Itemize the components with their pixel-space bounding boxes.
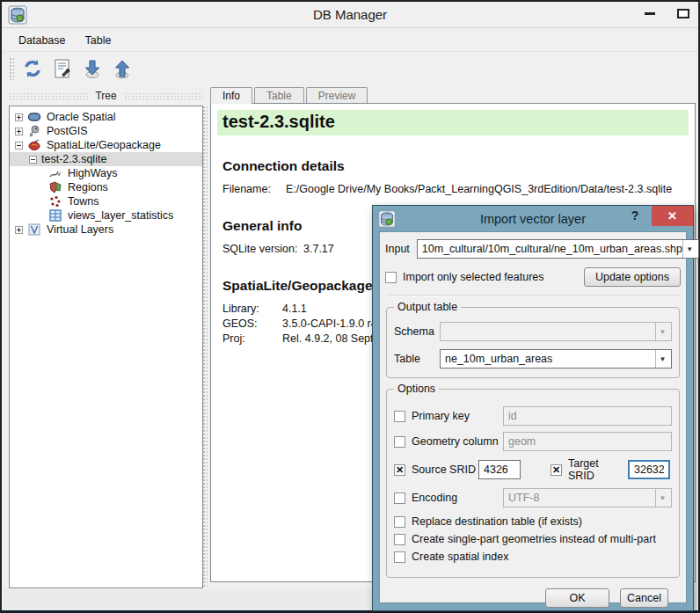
minimize-icon (645, 12, 655, 15)
target-srid-field[interactable] (628, 460, 670, 479)
dock-texture (124, 92, 203, 100)
tree-item-highways[interactable]: HighWays (10, 166, 202, 180)
options-group: Options Primary key Geometry column Sour… (386, 389, 680, 578)
expand-icon[interactable] (15, 128, 23, 135)
geometry-column-label: Geometry column (412, 435, 503, 448)
target-srid-checkbox[interactable] (551, 464, 562, 476)
import-layer-button[interactable] (79, 55, 106, 82)
info-tab-bar: Info Table Preview (210, 87, 369, 104)
primary-key-label: Primary key (412, 410, 503, 422)
schema-label: Schema (394, 325, 440, 338)
output-table-group: Output table Schema ▼ Table ne_10m_urban… (386, 307, 680, 378)
single-part-checkbox[interactable] (394, 534, 405, 545)
database-title-header: test-2.3.sqlite (217, 110, 689, 135)
polygon-layer-icon (48, 180, 62, 194)
connections-tree: Oracle Spatial PostGIS SpatiaLite/Geopac… (9, 106, 203, 588)
collapse-icon[interactable] (15, 142, 23, 150)
table-value: ne_10m_urban_areas (445, 353, 655, 365)
output-table-heading: Output table (394, 301, 461, 313)
menu-table[interactable]: Table (77, 31, 120, 50)
tree-dock-titlebar[interactable]: Tree (9, 89, 203, 103)
encoding-combobox: UTF-8 ▼ (503, 488, 672, 507)
ok-button[interactable]: OK (545, 588, 609, 608)
export-file-button[interactable] (109, 55, 135, 82)
table-combobox[interactable]: ne_10m_urban_areas ▼ (440, 349, 672, 369)
primary-key-field (503, 406, 672, 426)
source-srid-field[interactable] (478, 460, 521, 479)
line-layer-icon (48, 166, 62, 180)
panel-splitter[interactable] (202, 106, 208, 588)
tab-preview[interactable]: Preview (306, 87, 368, 104)
import-selected-checkbox[interactable] (385, 272, 397, 283)
close-icon: ✕ (667, 209, 677, 223)
tab-table[interactable]: Table (254, 87, 304, 104)
import-selected-label: Import only selected features (403, 271, 544, 283)
close-button[interactable]: ✕ (652, 206, 693, 226)
tree-item-label: Regions (68, 181, 108, 193)
expand-icon[interactable] (15, 226, 23, 234)
window-title: DB Manager (2, 7, 698, 22)
oracle-spatial-icon (27, 110, 41, 124)
library-label: Library: (222, 303, 282, 315)
minimize-button[interactable] (638, 4, 661, 22)
table-label: Table (394, 353, 440, 365)
chevron-down-icon[interactable]: ▼ (655, 350, 669, 368)
replace-table-checkbox[interactable] (394, 516, 405, 528)
filename-label: Filename: (222, 183, 286, 195)
tree-item-virtual-layers[interactable]: Virtual Layers (10, 223, 202, 237)
spatial-index-checkbox[interactable] (394, 551, 405, 563)
replace-table-label: Replace destination table (if exists) (412, 515, 582, 528)
toolbar-drag-handle[interactable] (9, 57, 14, 80)
tree-item-postgis[interactable]: PostGIS (10, 124, 202, 138)
sqlite-version-label: SQLite version: (222, 243, 303, 255)
tree-item-label: Towns (68, 195, 98, 208)
spatialite-icon (27, 138, 41, 152)
refresh-button[interactable] (19, 55, 46, 82)
tree-item-label: Oracle Spatial (47, 111, 116, 123)
tree-item-test-sqlite[interactable]: test-2.3.sqlite (10, 152, 202, 166)
geometry-column-checkbox[interactable] (394, 436, 405, 448)
tree-item-spatialite[interactable]: SpatiaLite/Geopackage (10, 138, 202, 152)
update-options-button[interactable]: Update options (584, 267, 681, 287)
geos-label: GEOS: (222, 317, 282, 330)
help-button[interactable]: ? (626, 208, 644, 226)
expand-icon[interactable] (15, 113, 23, 121)
tree-item-views-layer-statistics[interactable]: views_layer_statistics (10, 208, 202, 223)
source-srid-checkbox[interactable] (394, 464, 405, 476)
tree-item-label: SpatiaLite/Geopackage (47, 139, 161, 151)
source-srid-label: Source SRID (412, 463, 478, 476)
primary-key-checkbox[interactable] (394, 411, 405, 422)
tree-item-towns[interactable]: Towns (10, 194, 202, 208)
tree-item-regions[interactable]: Regions (10, 180, 202, 194)
cancel-button[interactable]: Cancel (620, 588, 668, 608)
import-arrow-icon (82, 58, 103, 79)
virtual-layers-icon (27, 223, 41, 237)
chevron-down-icon[interactable]: ▼ (682, 240, 696, 258)
dock-texture (9, 92, 88, 100)
menu-database[interactable]: Database (11, 31, 74, 50)
refresh-icon (22, 58, 43, 79)
maximize-button[interactable] (672, 4, 695, 22)
import-vector-layer-dialog: Import vector layer ? ✕ Input 10m_cultur… (372, 205, 694, 611)
encoding-checkbox[interactable] (394, 493, 405, 504)
tree-item-label: test-2.3.sqlite (41, 153, 106, 165)
menu-bar: Database Table (2, 29, 698, 52)
tab-info[interactable]: Info (210, 87, 252, 104)
collapse-icon[interactable] (29, 156, 37, 164)
maximize-icon (677, 9, 689, 18)
input-combobox[interactable]: 10m_cultural/10m_cultural/ne_10m_urban_a… (417, 239, 699, 259)
filename-value: E:/Google Drive/My Books/Packt_LearningQ… (286, 183, 672, 195)
title-bar: DB Manager (2, 2, 698, 28)
geos-value: 3.5.0-CAPI-1.9.0 r40 (282, 317, 383, 330)
sql-window-icon (52, 58, 73, 79)
tree-item-oracle-spatial[interactable]: Oracle Spatial (10, 110, 202, 124)
sql-window-button[interactable] (49, 55, 76, 82)
spatial-index-label: Create spatial index (412, 551, 508, 563)
options-heading: Options (394, 383, 439, 395)
input-value: 10m_cultural/10m_cultural/ne_10m_urban_a… (422, 243, 682, 255)
proj-value: Rel. 4.9.2, 08 Septe (282, 332, 380, 345)
encoding-label: Encoding (412, 492, 503, 504)
dialog-title-bar[interactable]: Import vector layer ? ✕ (373, 206, 693, 231)
tree-item-label: HighWays (68, 167, 118, 179)
dialog-title: Import vector layer (373, 212, 693, 226)
